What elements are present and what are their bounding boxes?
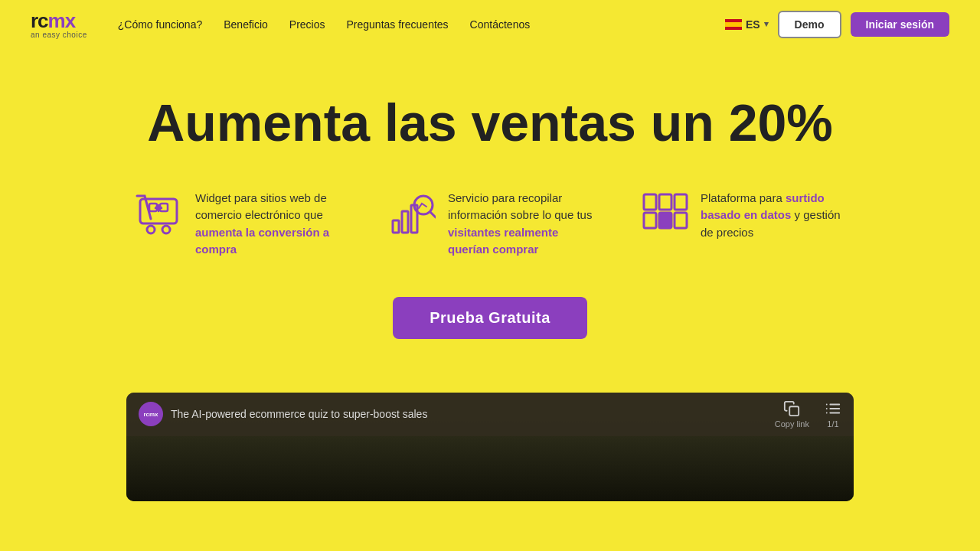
svg-rect-16: [644, 194, 656, 210]
features-row: Widget para sitios web de comercio elect…: [107, 190, 873, 259]
svg-rect-19: [644, 213, 656, 228]
svg-rect-5: [725, 27, 742, 30]
copy-icon: [783, 400, 800, 417]
navbar: rc mx an easy choice ¿Cómo funciona? Ben…: [0, 0, 980, 48]
logo-tagline: an easy choice: [31, 31, 87, 39]
grid-icon: [639, 190, 688, 239]
logo-text-rc: rc: [31, 9, 48, 33]
svg-point-8: [162, 226, 170, 233]
chevron-down-icon: ▾: [764, 19, 769, 29]
svg-rect-11: [393, 220, 399, 233]
logo-text-mx: mx: [48, 9, 76, 33]
copy-link-label: Copy link: [775, 419, 809, 429]
svg-point-7: [147, 226, 155, 233]
svg-line-15: [430, 212, 436, 217]
video-preview: rcmx The AI-powered ecommerce quiz to su…: [126, 393, 854, 501]
video-logo: rcmx: [139, 402, 163, 426]
pages-button[interactable]: 1/1: [825, 400, 841, 429]
nav-link-beneficio[interactable]: Beneficio: [224, 18, 268, 31]
video-container-wrapper: rcmx The AI-powered ecommerce quiz to su…: [0, 393, 980, 501]
video-toolbar: rcmx The AI-powered ecommerce quiz to su…: [126, 393, 854, 436]
nav-link-contacto[interactable]: Contáctenos: [470, 18, 531, 31]
flag-icon: [725, 19, 742, 30]
free-trial-button[interactable]: Prueba Gratuita: [393, 297, 587, 339]
svg-rect-12: [402, 211, 408, 233]
cart-icon: [134, 190, 183, 239]
feature-platform: Plataforma para surtido basado en datos …: [639, 190, 846, 259]
feature-widget-text: Widget para sitios web de comercio elect…: [195, 190, 341, 259]
nav-link-faq[interactable]: Preguntas frecuentes: [347, 18, 449, 31]
svg-rect-20: [659, 213, 671, 228]
language-selector[interactable]: ES ▾: [725, 18, 769, 31]
logo: rc mx an easy choice: [31, 9, 87, 39]
analytics-icon: [387, 190, 436, 239]
svg-rect-4: [725, 19, 742, 22]
feature-service-text: Servicio para recopilar información sobr…: [448, 190, 593, 259]
feature-platform-text: Plataforma para surtido basado en datos …: [701, 190, 846, 242]
hero-title: Aumenta las ventas un 20%: [147, 94, 833, 152]
svg-rect-17: [659, 194, 671, 210]
video-title: The AI-powered ecommerce quiz to super-b…: [171, 408, 767, 420]
svg-rect-22: [790, 406, 799, 416]
svg-rect-3: [725, 22, 742, 27]
cta-section: Prueba Gratuita: [393, 297, 587, 339]
pages-icon: [825, 400, 841, 417]
pages-label: 1/1: [827, 419, 838, 429]
video-body: [126, 436, 854, 501]
video-actions: Copy link 1/1: [775, 400, 841, 429]
nav-link-precios[interactable]: Precios: [289, 18, 325, 31]
lang-label: ES: [746, 18, 760, 31]
feature-widget: Widget para sitios web de comercio elect…: [134, 190, 341, 259]
hero-section: Aumenta las ventas un 20%: [0, 48, 980, 393]
nav-links: ¿Cómo funciona? Beneficio Precios Pregun…: [118, 18, 725, 31]
demo-button[interactable]: Demo: [778, 11, 841, 38]
signin-button[interactable]: Iniciar sesión: [851, 12, 949, 37]
feature-service: Servicio para recopilar información sobr…: [387, 190, 593, 259]
nav-link-como-funciona[interactable]: ¿Cómo funciona?: [118, 18, 203, 31]
svg-rect-18: [675, 194, 687, 210]
nav-right: ES ▾ Demo Iniciar sesión: [725, 11, 949, 38]
copy-link-button[interactable]: Copy link: [775, 400, 809, 429]
svg-rect-21: [675, 213, 687, 228]
